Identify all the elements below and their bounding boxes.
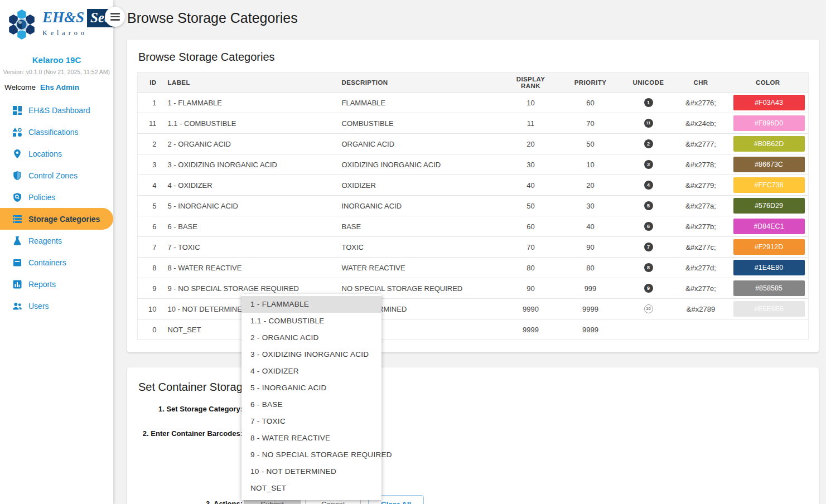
cell-description: WATER REACTIVE — [336, 258, 504, 278]
cell-priority: 20 — [558, 175, 623, 196]
sidebar-item-label: Users — [28, 302, 49, 311]
cell-chr: &#x277b; — [674, 216, 728, 237]
dropdown-option[interactable]: 6 - BASE — [241, 396, 381, 413]
cell-unicode: 7 — [623, 237, 674, 258]
cell-chr — [674, 319, 728, 340]
sidebar-item-users[interactable]: Users — [0, 295, 113, 317]
shield-search-icon — [12, 192, 22, 202]
color-chip: #FFC738 — [733, 177, 805, 193]
sidebar-item-label: EH&S Dashboard — [28, 106, 90, 115]
sidebar-item-classifications[interactable]: Classifications — [0, 121, 113, 143]
welcome-label: Welcome — [4, 83, 36, 91]
cell-display-rank: 11 — [504, 113, 558, 134]
sidebar-item-reagents[interactable]: Reagents — [0, 230, 113, 251]
cell-chr: &#x2779; — [674, 175, 728, 196]
sidebar-item-policies[interactable]: Policies — [0, 186, 113, 208]
cell-description: INORGANIC ACID — [336, 196, 504, 216]
cell-display-rank: 9990 — [504, 299, 558, 319]
dropdown-option[interactable]: 1.1 - COMBUSTIBLE — [241, 313, 381, 329]
table-row[interactable]: 3 3 - OXIDIZING INORGANIC ACID OXIDIZING… — [138, 154, 809, 175]
table-row[interactable]: 8 8 - WATER REACTIVE WATER REACTIVE 80 8… — [138, 258, 809, 278]
table-row[interactable]: 2 2 - ORGANIC ACID ORGANIC ACID 20 50 2 … — [138, 134, 809, 154]
dropdown-option[interactable]: 3 - OXIDIZING INORGANIC ACID — [241, 346, 381, 363]
cell-chr: &#x277d; — [674, 258, 728, 278]
table-row[interactable]: 0 NOT_SET 9999 9999 — [138, 319, 809, 340]
cell-priority: 80 — [558, 258, 623, 278]
cell-id: 5 — [138, 196, 162, 216]
cell-chr: &#x277a; — [674, 196, 728, 216]
unicode-glyph: 1 — [644, 98, 653, 107]
cell-label: 3 - OXIDIZING INORGANIC ACID — [162, 154, 336, 175]
list-icon — [12, 214, 22, 224]
column-header-label: LABEL — [162, 72, 336, 93]
bar-chart-icon — [12, 279, 22, 289]
cell-id: 10 — [138, 299, 162, 319]
column-header-display-rank: DISPLAY RANK — [504, 72, 558, 93]
sidebar-item-reports[interactable]: Reports — [0, 273, 113, 295]
cell-chr: &#x277e; — [674, 278, 728, 299]
actions-label: 3. Actions: — [137, 495, 243, 504]
flask-icon — [12, 236, 22, 246]
cell-id: 9 — [138, 278, 162, 299]
dropdown-option[interactable]: 4 - OXIDIZER — [241, 363, 381, 380]
cell-description: OXIDIZER — [336, 175, 504, 196]
cell-display-rank: 90 — [504, 278, 558, 299]
table-row[interactable]: 10 10 - NOT DETERMINED NOT DETERMINED 99… — [138, 299, 809, 319]
sidebar-item-locations[interactable]: Locations — [0, 143, 113, 164]
cell-color: #FFC738 — [728, 175, 809, 196]
table-row[interactable]: 5 5 - INORGANIC ACID INORGANIC ACID 50 3… — [138, 196, 809, 216]
dropdown-option[interactable]: 9 - NO SPECIAL STORAGE REQUIRED — [241, 447, 381, 463]
dropdown-option[interactable]: 5 - INORGANIC ACID — [241, 380, 381, 396]
sidebar-item-label: Control Zones — [28, 171, 78, 180]
cell-label: 6 - BASE — [162, 216, 336, 237]
cell-color: #E6E6E6 — [728, 299, 809, 319]
sidebar-item-storage-categories[interactable]: Storage Categories — [0, 208, 113, 230]
sidebar-item-control-zones[interactable]: Control Zones — [0, 164, 113, 186]
cell-priority: 9999 — [558, 299, 623, 319]
table-row[interactable]: 11 1.1 - COMBUSTIBLE COMBUSTIBLE 11 70 1… — [138, 113, 809, 134]
table-row[interactable]: 7 7 - TOXIC TOXIC 70 90 7 &#x277c; #F291… — [138, 237, 809, 258]
cell-priority: 9999 — [558, 319, 623, 340]
table-row[interactable]: 4 4 - OXIDIZER OXIDIZER 40 20 4 &#x2779;… — [138, 175, 809, 196]
dropdown-option[interactable]: 7 - TOXIC — [241, 413, 381, 430]
cell-unicode: 6 — [623, 216, 674, 237]
sidebar-item-containers[interactable]: Containers — [0, 251, 113, 273]
cell-chr: &#x2777; — [674, 134, 728, 154]
cell-display-rank: 70 — [504, 237, 558, 258]
brand-sub: Kelaroo — [42, 29, 115, 37]
color-chip: #B0B62D — [733, 136, 805, 152]
cell-display-rank: 30 — [504, 154, 558, 175]
app-logo: EH&S See Kelaroo — [0, 0, 113, 41]
dropdown-option[interactable]: NOT_SET — [241, 480, 381, 497]
dropdown-option[interactable]: 10 - NOT DETERMINED — [241, 463, 381, 480]
dropdown-option[interactable]: 1 - FLAMMABLE — [241, 296, 381, 313]
cell-description: COMBUSTIBLE — [336, 113, 504, 134]
sidebar-item-label: Containers — [28, 258, 66, 267]
unicode-glyph: 10 — [644, 304, 653, 313]
color-chip: #F896D0 — [733, 115, 805, 131]
users-icon — [12, 301, 22, 311]
cell-display-rank: 80 — [504, 258, 558, 278]
shield-icon — [12, 171, 22, 181]
cell-color: #B0B62D — [728, 134, 809, 154]
column-header-unicode: UNICODE — [623, 72, 674, 93]
cell-chr: &#x277c; — [674, 237, 728, 258]
dropdown-option[interactable]: 8 - WATER REACTIVE — [241, 430, 381, 447]
table-row[interactable]: 9 9 - NO SPECIAL STORAGE REQUIRED NO SPE… — [138, 278, 809, 299]
table-row[interactable]: 6 6 - BASE BASE 60 40 6 &#x277b; #D84EC1 — [138, 216, 809, 237]
table-row[interactable]: 1 1 - FLAMMABLE FLAMMABLE 10 60 1 &#x277… — [138, 93, 809, 113]
main-content: Browse Storage Categories Browse Storage… — [113, 0, 826, 504]
cell-display-rank: 9999 — [504, 319, 558, 340]
sidebar-item-eh-s-dashboard[interactable]: EH&S Dashboard — [0, 99, 113, 121]
column-header-priority: PRIORITY — [558, 72, 623, 93]
classifications-icon — [12, 127, 22, 137]
hamburger-menu-icon[interactable] — [105, 7, 125, 27]
unicode-glyph: 4 — [644, 181, 653, 190]
sidebar-item-label: Storage Categories — [28, 215, 100, 224]
user-link[interactable]: Ehs Admin — [40, 83, 79, 91]
cell-unicode: 5 — [623, 196, 674, 216]
dropdown-option[interactable]: 2 - ORGANIC ACID — [241, 329, 381, 346]
cell-display-rank: 20 — [504, 134, 558, 154]
column-header-color: COLOR — [728, 72, 809, 93]
map-pin-icon — [12, 149, 22, 159]
